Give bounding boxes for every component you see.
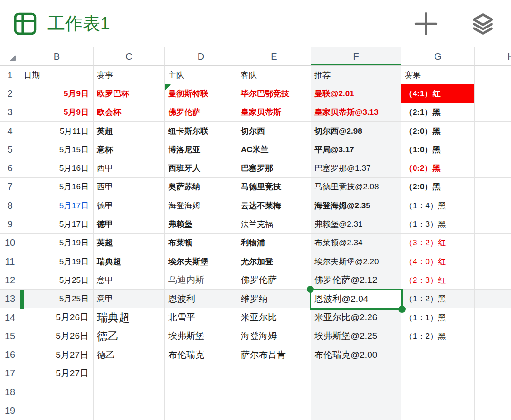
sheets-menu-button[interactable] xyxy=(454,0,511,47)
cell-E8[interactable]: 云达不莱梅 xyxy=(237,196,311,215)
column-header-F[interactable]: F xyxy=(311,47,401,66)
row-header-11[interactable]: 11 xyxy=(0,252,20,271)
cell-B1[interactable]: 日期 xyxy=(20,66,94,84)
cell-G7[interactable]: （2:0）黑 xyxy=(401,178,475,196)
cell-D9[interactable]: 弗赖堡 xyxy=(165,215,237,233)
column-header-E[interactable]: E xyxy=(237,47,311,66)
cell-H13[interactable] xyxy=(475,290,511,308)
row-header-12[interactable]: 12 xyxy=(0,271,20,289)
cell-F6[interactable]: 巴塞罗那@1.37 xyxy=(311,159,401,177)
cell-C11[interactable]: 瑞典超 xyxy=(94,252,165,271)
cell-C1[interactable]: 赛事 xyxy=(94,66,165,84)
cell-D5[interactable]: 博洛尼亚 xyxy=(165,140,237,159)
cell-E12[interactable]: 佛罗伦萨 xyxy=(237,271,311,289)
cell-B8[interactable]: 5月17日 xyxy=(20,196,94,215)
row-header-15[interactable]: 15 xyxy=(0,327,20,345)
row-header-14[interactable]: 14 xyxy=(0,308,20,327)
row-header-6[interactable]: 6 xyxy=(0,159,20,177)
cell-C3[interactable]: 欧会杯 xyxy=(94,103,165,122)
cell-B6[interactable]: 5月16日 xyxy=(20,159,94,177)
cell-H5[interactable] xyxy=(475,140,511,159)
cell-C10[interactable]: 英超 xyxy=(94,234,165,252)
cell-E14[interactable]: 米亚尔比 xyxy=(237,308,311,327)
cell-D3[interactable]: 佛罗伦萨 xyxy=(165,103,237,122)
cell-H2[interactable] xyxy=(475,84,511,103)
cell-D18[interactable] xyxy=(165,383,237,401)
add-sheet-button[interactable] xyxy=(397,0,454,47)
cell-B17[interactable]: 5月27日 xyxy=(20,364,94,383)
cell-E4[interactable]: 切尔西 xyxy=(237,122,311,140)
column-header-D[interactable]: D xyxy=(165,47,237,66)
cell-H3[interactable] xyxy=(475,103,511,122)
cell-C8[interactable]: 德甲 xyxy=(94,196,165,215)
cell-E9[interactable]: 法兰克福 xyxy=(237,215,311,233)
cell-B7[interactable]: 5月16日 xyxy=(20,178,94,196)
cell-H9[interactable] xyxy=(475,215,511,233)
cell-E17[interactable] xyxy=(237,364,311,383)
cell-C15[interactable]: 德乙 xyxy=(94,327,165,345)
cell-B9[interactable]: 5月17日 xyxy=(20,215,94,233)
cell-H8[interactable] xyxy=(475,196,511,215)
column-header-G[interactable]: G xyxy=(401,47,475,66)
row-header-10[interactable]: 10 xyxy=(0,234,20,252)
cell-D16[interactable]: 布伦瑞克 xyxy=(165,345,237,364)
cell-C7[interactable]: 西甲 xyxy=(94,178,165,196)
cell-B4[interactable]: 5月11日 xyxy=(20,122,94,140)
cell-E7[interactable]: 马德里竞技 xyxy=(237,178,311,196)
cell-G17[interactable] xyxy=(401,364,475,383)
cell-E2[interactable]: 毕尔巴鄂竞技 xyxy=(237,84,311,103)
row-header-2[interactable]: 2 xyxy=(0,84,20,103)
cell-B18[interactable] xyxy=(20,383,94,401)
cell-H1[interactable] xyxy=(475,66,511,84)
cell-F10[interactable]: 布莱顿@2.34 xyxy=(311,234,401,252)
column-header-C[interactable]: C xyxy=(94,47,165,66)
cell-G15[interactable]: （1：2）黑 xyxy=(401,327,475,345)
cell-E19[interactable] xyxy=(237,401,311,420)
cell-F5[interactable]: 平局@3.17 xyxy=(311,140,401,159)
cell-H11[interactable] xyxy=(475,252,511,271)
cell-D19[interactable] xyxy=(165,401,237,420)
cell-H6[interactable] xyxy=(475,159,511,177)
cell-F15[interactable]: 埃弗斯堡@2.25 xyxy=(311,327,401,345)
cell-B12[interactable]: 5月25日 xyxy=(20,271,94,289)
cell-D11[interactable]: 埃尔夫斯堡 xyxy=(165,252,237,271)
cell-C14[interactable]: 瑞典超 xyxy=(94,308,165,327)
cell-F9[interactable]: 弗赖堡@2.31 xyxy=(311,215,401,233)
cell-F17[interactable] xyxy=(311,364,401,383)
cell-F2[interactable]: 曼联@2.01 xyxy=(311,84,401,103)
cell-C13[interactable]: 意甲 xyxy=(94,290,165,308)
cell-F3[interactable]: 皇家贝蒂斯@3.13 xyxy=(311,103,401,122)
row-header-1[interactable]: 1 xyxy=(0,66,20,84)
cell-B15[interactable]: 5月26日 xyxy=(20,327,94,345)
cell-F8[interactable]: 海登海姆@2.35 xyxy=(311,196,401,215)
cell-G18[interactable] xyxy=(401,383,475,401)
cell-H7[interactable] xyxy=(475,178,511,196)
column-header-H[interactable]: H xyxy=(475,47,511,66)
cell-D7[interactable]: 奥萨苏纳 xyxy=(165,178,237,196)
cell-C17[interactable] xyxy=(94,364,165,383)
cell-D17[interactable] xyxy=(165,364,237,383)
cell-G3[interactable]: （2:1）黑 xyxy=(401,103,475,122)
cell-F11[interactable]: 埃尔夫斯堡@2.20 xyxy=(311,252,401,271)
cell-D13[interactable]: 恩波利 xyxy=(165,290,237,308)
cell-G11[interactable]: （4：0）红 xyxy=(401,252,475,271)
cell-B3[interactable]: 5月9日 xyxy=(20,103,94,122)
cell-F7[interactable]: 马德里竞技@2.08 xyxy=(311,178,401,196)
row-header-8[interactable]: 8 xyxy=(0,196,20,215)
cell-C12[interactable]: 意甲 xyxy=(94,271,165,289)
select-all-corner[interactable] xyxy=(0,47,20,66)
cell-H18[interactable] xyxy=(475,383,511,401)
cell-D6[interactable]: 西班牙人 xyxy=(165,159,237,177)
cell-D12[interactable]: 乌迪内斯 xyxy=(165,271,237,289)
cell-H17[interactable] xyxy=(475,364,511,383)
cell-E6[interactable]: 巴塞罗那 xyxy=(237,159,311,177)
cell-C4[interactable]: 英超 xyxy=(94,122,165,140)
cell-G14[interactable]: （1：1）黑 xyxy=(401,308,475,327)
cell-G16[interactable] xyxy=(401,345,475,364)
cell-C19[interactable] xyxy=(94,401,165,420)
cell-E1[interactable]: 客队 xyxy=(237,66,311,84)
cell-F4[interactable]: 切尔西@2.98 xyxy=(311,122,401,140)
cell-B10[interactable]: 5月19日 xyxy=(20,234,94,252)
cell-B13[interactable]: 5月25日 xyxy=(20,290,94,308)
cell-B2[interactable]: 5月9日 xyxy=(20,84,94,103)
